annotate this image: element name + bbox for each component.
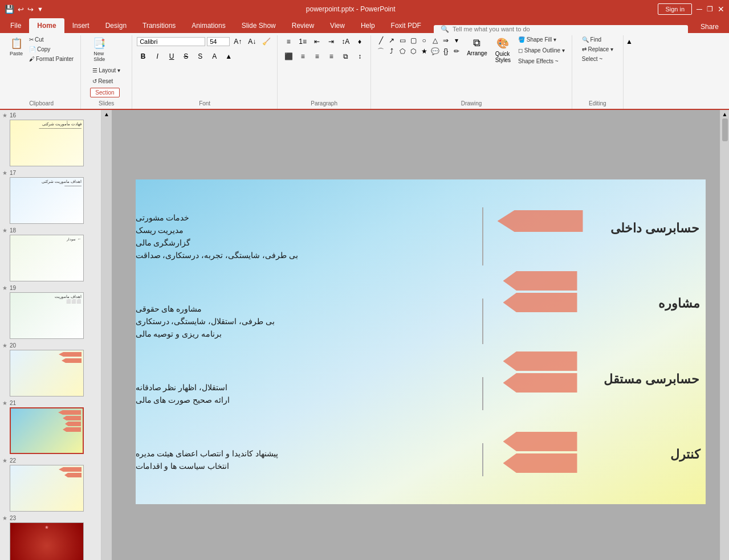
tab-foxit[interactable]: Foxit PDF bbox=[383, 18, 429, 33]
save-icon[interactable]: 💾 bbox=[5, 5, 14, 14]
bold-button[interactable]: B bbox=[137, 50, 149, 63]
underline-button[interactable]: U bbox=[165, 50, 178, 63]
justify-button[interactable]: ≡ bbox=[325, 50, 337, 63]
tab-design[interactable]: Design bbox=[97, 18, 135, 33]
shape-edit[interactable]: ✏ bbox=[451, 46, 462, 56]
font-size-input[interactable] bbox=[207, 37, 230, 46]
tab-view[interactable]: View bbox=[322, 18, 353, 33]
arrange-button[interactable]: ⧉ Arrange bbox=[464, 35, 490, 58]
slide-thumb-22[interactable]: ★ 22 bbox=[2, 457, 99, 512]
shape-curve[interactable]: ⌒ bbox=[376, 46, 386, 56]
restore-button[interactable]: ❐ bbox=[707, 5, 713, 13]
select-button[interactable]: Select ~ bbox=[580, 55, 605, 63]
tab-help[interactable]: Help bbox=[353, 18, 383, 33]
slide-thumb-17[interactable]: ★ 17 اهداف ماموريت شركتى────── bbox=[2, 170, 99, 224]
shape-fill-button[interactable]: 🪣 Shape Fill ▾ bbox=[516, 35, 567, 44]
undo-icon[interactable]: ↩ bbox=[18, 5, 24, 14]
scroll-top-button[interactable]: ▲ bbox=[722, 111, 728, 117]
convert-smartart-button[interactable]: ♦ bbox=[353, 35, 366, 48]
scroll-up-button[interactable]: ▲ bbox=[104, 111, 109, 117]
canvas-area: ▲ حسابرسی داخلی مشاوره حسابرسی مستقل کنت… bbox=[101, 110, 729, 560]
arrow-shape-3a bbox=[503, 351, 577, 371]
shapes-grid: ╱ ↗ ▭ ▢ ○ △ ⇒ ▾ ⌒ ⤴ ⬠ ⬡ ★ 💬 {} ✏ bbox=[376, 35, 462, 56]
align-center-button[interactable]: ≡ bbox=[296, 50, 309, 63]
tab-animations[interactable]: Animations bbox=[184, 18, 233, 33]
section-button[interactable]: Section bbox=[90, 88, 119, 97]
scroll-thumb[interactable] bbox=[722, 118, 728, 141]
shape-effects-button[interactable]: Shape Effects ~ bbox=[516, 57, 567, 66]
decrease-indent-button[interactable]: ⇤ bbox=[311, 35, 323, 48]
ribbon-tab-bar: File Home Insert Design Transitions Anim… bbox=[0, 18, 729, 33]
sign-in-button[interactable]: Sign in bbox=[658, 3, 692, 15]
shape-connector[interactable]: ⤴ bbox=[386, 46, 397, 56]
close-button[interactable]: ✕ bbox=[718, 5, 724, 14]
shape-triangle[interactable]: △ bbox=[430, 35, 440, 46]
quick-styles-button[interactable]: 🎨 QuickStyles bbox=[492, 35, 514, 65]
decrease-font-button[interactable]: A↓ bbox=[246, 35, 258, 48]
redo-icon[interactable]: ↪ bbox=[27, 5, 34, 14]
tab-transitions[interactable]: Transitions bbox=[135, 18, 184, 33]
increase-font-button[interactable]: A↑ bbox=[231, 35, 244, 48]
tab-file[interactable]: File bbox=[2, 18, 29, 33]
shape-hexagon[interactable]: ⬡ bbox=[408, 46, 418, 56]
slide-thumb-23[interactable]: ★ 23 ❀ bbox=[2, 515, 99, 560]
slide-thumb-19[interactable]: ★ 19 اهداف ماموريت⬜⬜⬜ bbox=[2, 285, 99, 339]
tab-home[interactable]: Home bbox=[29, 18, 64, 33]
shape-star[interactable]: ★ bbox=[419, 46, 429, 56]
align-right-button[interactable]: ≡ bbox=[311, 50, 323, 63]
highlight-button[interactable]: ▲ bbox=[222, 50, 235, 63]
font-format-row: B I U S S A ▲ bbox=[137, 50, 235, 63]
shape-line[interactable]: ╱ bbox=[376, 35, 386, 46]
shape-oval[interactable]: ○ bbox=[419, 35, 429, 46]
tab-insert[interactable]: Insert bbox=[64, 18, 97, 33]
layout-icon: ☰ bbox=[92, 67, 97, 73]
slide-thumb-18[interactable]: ★ 18 ←نمودار bbox=[2, 227, 99, 281]
slide-thumb-21[interactable]: ★ 21 bbox=[2, 400, 99, 454]
bullets-button[interactable]: ≡ bbox=[282, 35, 295, 48]
font-color-button[interactable]: A bbox=[208, 50, 221, 63]
format-painter-button[interactable]: 🖌 Format Painter bbox=[27, 55, 76, 63]
star-icon-17: ★ bbox=[2, 170, 7, 176]
right-scrollbar[interactable]: ▲ ▼ bbox=[720, 110, 729, 560]
paste-button[interactable]: 📋 Paste bbox=[7, 35, 26, 58]
tell-me-input[interactable] bbox=[453, 26, 567, 32]
new-slide-button[interactable]: 📑 NewSlide bbox=[90, 35, 108, 64]
slide-thumb-16[interactable]: ★ 16 فهادت مأموريت شركتى─────────────── bbox=[2, 112, 99, 166]
arrow-shape-2b bbox=[503, 293, 577, 312]
shape-outline-button[interactable]: ◻ Shape Outline ▾ bbox=[516, 46, 567, 55]
cut-button[interactable]: ✂ Cut bbox=[27, 35, 76, 44]
text-direction-button[interactable]: ↕A bbox=[339, 35, 352, 48]
shape-arrow[interactable]: ↗ bbox=[386, 35, 397, 46]
shape-eq[interactable]: {} bbox=[441, 46, 451, 56]
column-button[interactable]: ⧉ bbox=[339, 50, 352, 63]
align-left-button[interactable]: ⬛ bbox=[282, 50, 295, 63]
shape-right-arrow[interactable]: ⇒ bbox=[441, 35, 451, 46]
slide-thumb-20[interactable]: ★ 20 bbox=[2, 342, 99, 397]
shape-round-rect[interactable]: ▢ bbox=[408, 35, 418, 46]
collapse-ribbon-button[interactable]: ▲ bbox=[624, 35, 635, 48]
line-spacing-button[interactable]: ↕ bbox=[353, 50, 366, 63]
shape-rect[interactable]: ▭ bbox=[397, 35, 408, 46]
customise-icon[interactable]: ▼ bbox=[37, 6, 43, 13]
shadow-button[interactable]: S bbox=[194, 50, 206, 63]
slide-image-22 bbox=[10, 465, 84, 512]
strikethrough-button[interactable]: S bbox=[180, 50, 192, 63]
copy-button[interactable]: 📄 Copy bbox=[27, 45, 76, 54]
shape-pentagon[interactable]: ⬠ bbox=[397, 46, 408, 56]
numbering-button[interactable]: 1≡ bbox=[296, 35, 309, 48]
font-name-input[interactable] bbox=[137, 37, 205, 46]
replace-button[interactable]: ⇄ Replace ▾ bbox=[580, 45, 616, 54]
clear-format-button[interactable]: 🧹 bbox=[260, 35, 272, 48]
slides-group: 📑 NewSlide ☰ Layout ▾ ↺ Reset Section Sl… bbox=[81, 35, 132, 109]
shape-callout[interactable]: 💬 bbox=[430, 46, 440, 56]
reset-button[interactable]: ↺ Reset bbox=[90, 77, 115, 85]
increase-indent-button[interactable]: ⇥ bbox=[325, 35, 337, 48]
tab-review[interactable]: Review bbox=[284, 18, 322, 33]
shape-more[interactable]: ▾ bbox=[451, 35, 462, 46]
italic-button[interactable]: I bbox=[151, 50, 164, 63]
find-button[interactable]: 🔍 Find bbox=[580, 35, 604, 44]
tab-slideshow[interactable]: Slide Show bbox=[234, 18, 284, 33]
minimize-button[interactable]: ─ bbox=[697, 5, 702, 14]
share-button[interactable]: Share bbox=[693, 21, 727, 33]
layout-button[interactable]: ☰ Layout ▾ bbox=[90, 66, 123, 75]
